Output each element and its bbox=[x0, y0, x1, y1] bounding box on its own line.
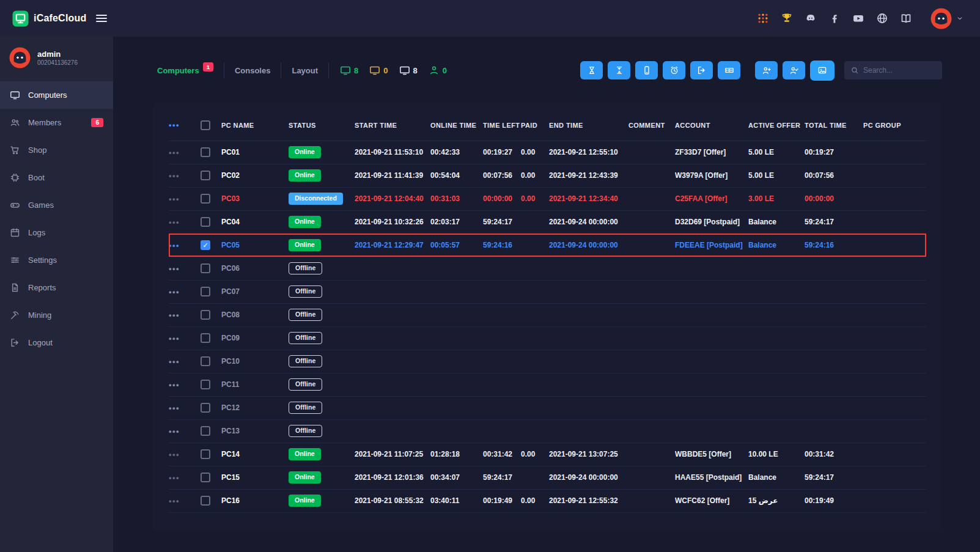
table-row[interactable]: •••PC03Disconnected2021-09-21 12:04:4000… bbox=[169, 187, 926, 210]
row-checkbox[interactable] bbox=[201, 263, 210, 273]
hourglass-alt-button[interactable] bbox=[608, 61, 630, 79]
tab-computers[interactable]: Computers1 bbox=[147, 62, 224, 78]
table-row[interactable]: •••PC07Offline bbox=[169, 280, 926, 303]
start-time-cell bbox=[355, 280, 430, 303]
row-checkbox[interactable] bbox=[201, 333, 210, 343]
row-menu-dots[interactable]: ••• bbox=[169, 419, 201, 443]
column-header[interactable]: ACCOUNT bbox=[675, 110, 748, 141]
sidebar-item-games[interactable]: Games bbox=[0, 191, 113, 219]
column-header[interactable]: ACTIVE OFFER bbox=[748, 110, 805, 141]
sign-out-button[interactable] bbox=[690, 61, 713, 79]
paid-cell bbox=[521, 234, 549, 257]
row-menu-dots[interactable]: ••• bbox=[169, 489, 201, 512]
row-checkbox[interactable] bbox=[201, 496, 210, 506]
table-row[interactable]: •••PC02Online2021-09-21 11:41:3900:54:04… bbox=[169, 164, 926, 187]
row-menu-dots[interactable]: ••• bbox=[169, 303, 201, 326]
image-button[interactable] bbox=[810, 61, 834, 81]
search-input[interactable] bbox=[863, 66, 936, 75]
sidebar-item-members[interactable]: Members6 bbox=[0, 109, 113, 136]
tab-layout[interactable]: Layout bbox=[281, 62, 329, 78]
tab-consoles[interactable]: Consoles bbox=[224, 62, 282, 78]
sidebar-item-reports[interactable]: Reports bbox=[0, 274, 113, 301]
table-row[interactable]: •••PC12Offline bbox=[169, 396, 926, 419]
row-menu-dots[interactable]: ••• bbox=[169, 164, 201, 187]
row-checkbox[interactable] bbox=[201, 287, 210, 296]
row-menu-dots[interactable]: ••• bbox=[169, 396, 201, 419]
banknote-button[interactable] bbox=[718, 61, 740, 79]
alarm-clock-button[interactable] bbox=[663, 61, 685, 79]
table-row[interactable]: •••PC10Offline bbox=[169, 350, 926, 373]
status-cell: Offline bbox=[289, 280, 355, 303]
table-row[interactable]: •••PC01Online2021-09-21 11:53:1000:42:33… bbox=[169, 141, 926, 164]
table-row[interactable]: •••PC14Online2021-09-21 11:07:2501:28:18… bbox=[169, 443, 926, 466]
row-checkbox[interactable] bbox=[201, 194, 210, 204]
row-menu-dots[interactable]: ••• bbox=[169, 187, 201, 210]
table-row[interactable]: •••PC09Offline bbox=[169, 326, 926, 350]
sidebar-item-logout[interactable]: Logout bbox=[0, 329, 113, 356]
globe-icon[interactable] bbox=[876, 12, 888, 24]
pc-name-cell: PC09 bbox=[221, 326, 289, 350]
row-menu-dots[interactable]: ••• bbox=[169, 234, 201, 257]
sidebar-item-logs[interactable]: Logs bbox=[0, 219, 113, 246]
select-all-checkbox[interactable] bbox=[201, 120, 210, 130]
row-checkbox[interactable] bbox=[201, 380, 210, 389]
youtube-icon[interactable] bbox=[852, 12, 864, 24]
row-menu-dots[interactable]: ••• bbox=[169, 373, 201, 396]
sidebar-item-settings[interactable]: Settings bbox=[0, 246, 113, 274]
row-menu-dots[interactable]: ••• bbox=[169, 350, 201, 373]
row-menu-dots[interactable]: ••• bbox=[169, 443, 201, 466]
row-checkbox[interactable] bbox=[201, 356, 210, 366]
table-row[interactable]: •••PC08Offline bbox=[169, 303, 926, 326]
row-checkbox[interactable]: ✓ bbox=[201, 240, 210, 250]
row-checkbox[interactable] bbox=[201, 449, 210, 459]
column-header[interactable]: PC NAME bbox=[221, 110, 289, 141]
hourglass-button[interactable] bbox=[580, 61, 603, 79]
apps-grid-icon[interactable] bbox=[757, 12, 769, 24]
user-menu[interactable] bbox=[930, 7, 964, 30]
facebook-icon[interactable] bbox=[828, 12, 841, 24]
row-checkbox[interactable] bbox=[201, 426, 210, 436]
column-header[interactable]: START TIME bbox=[355, 110, 430, 141]
sidebar-item-mining[interactable]: Mining bbox=[0, 301, 113, 329]
table-row[interactable]: •••PC11Offline bbox=[169, 373, 926, 396]
table-menu-dots[interactable]: ••• bbox=[169, 110, 201, 141]
row-menu-dots[interactable]: ••• bbox=[169, 210, 201, 234]
column-header[interactable]: TOTAL TIME bbox=[805, 110, 863, 141]
sidebar-item-computers[interactable]: Computers bbox=[0, 81, 113, 109]
user-plus-button[interactable] bbox=[755, 61, 778, 79]
trophy-icon[interactable] bbox=[781, 12, 793, 24]
column-header[interactable]: PAID bbox=[521, 110, 549, 141]
column-header[interactable]: STATUS bbox=[289, 110, 355, 141]
row-checkbox[interactable] bbox=[201, 403, 210, 413]
row-checkbox[interactable] bbox=[201, 147, 210, 157]
sidebar-item-boot[interactable]: Boot bbox=[0, 164, 113, 191]
row-menu-dots[interactable]: ••• bbox=[169, 141, 201, 164]
row-checkbox[interactable] bbox=[201, 171, 210, 180]
menu-toggle-button[interactable] bbox=[94, 11, 109, 26]
column-header[interactable]: END TIME bbox=[549, 110, 628, 141]
row-checkbox[interactable] bbox=[201, 473, 210, 482]
table-row[interactable]: •••PC04Online2021-09-21 10:32:2602:03:17… bbox=[169, 210, 926, 234]
table-row[interactable]: •••PC16Online2021-09-21 08:55:3203:40:11… bbox=[169, 489, 926, 512]
row-checkbox[interactable] bbox=[201, 310, 210, 320]
row-checkbox[interactable] bbox=[201, 217, 210, 227]
table-row[interactable]: •••PC15Online2021-09-21 12:01:3600:34:07… bbox=[169, 466, 926, 489]
column-header[interactable]: TIME LEFT bbox=[483, 110, 521, 141]
row-menu-dots[interactable]: ••• bbox=[169, 326, 201, 350]
column-header[interactable]: PC GROUP bbox=[863, 110, 926, 141]
column-header[interactable]: ONLINE TIME bbox=[430, 110, 483, 141]
discord-icon[interactable] bbox=[805, 12, 817, 24]
start-time-cell bbox=[355, 257, 430, 280]
table-row[interactable]: •••✓PC05Online2021-09-21 12:29:4700:05:5… bbox=[169, 234, 926, 257]
sidebar-item-shop[interactable]: Shop bbox=[0, 136, 113, 164]
row-menu-dots[interactable]: ••• bbox=[169, 466, 201, 489]
sidebar-user[interactable]: admin 002041136276 bbox=[0, 37, 113, 81]
user-check-button[interactable] bbox=[783, 61, 805, 79]
column-header[interactable]: COMMENT bbox=[628, 110, 675, 141]
table-row[interactable]: •••PC13Offline bbox=[169, 419, 926, 443]
mobile-button[interactable] bbox=[635, 61, 658, 79]
row-menu-dots[interactable]: ••• bbox=[169, 280, 201, 303]
book-icon[interactable] bbox=[900, 12, 912, 24]
table-row[interactable]: •••PC06Offline bbox=[169, 257, 926, 280]
row-menu-dots[interactable]: ••• bbox=[169, 257, 201, 280]
